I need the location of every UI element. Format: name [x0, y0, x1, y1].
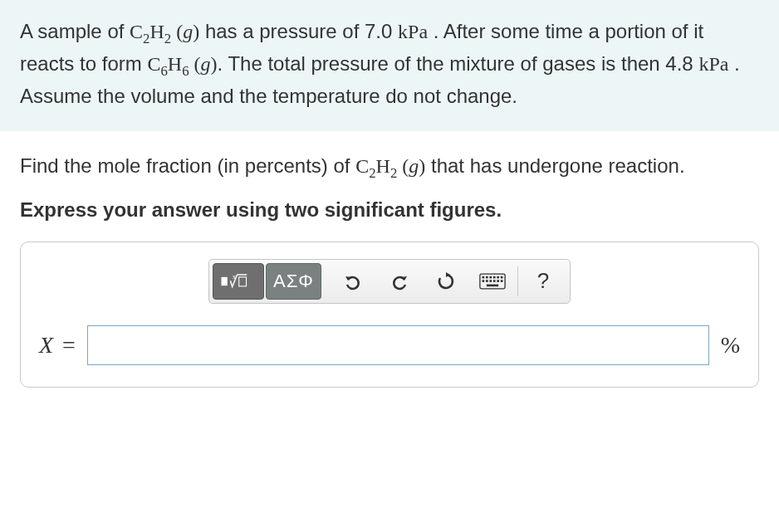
svg-rect-17	[487, 285, 498, 287]
intro-text: A sample of	[20, 20, 130, 42]
formula-c2h2: C2H2	[130, 21, 171, 42]
svg-rect-7	[489, 276, 492, 279]
svg-rect-3	[239, 277, 247, 286]
help-button[interactable]: ?	[520, 263, 566, 300]
svg-rect-6	[486, 276, 488, 279]
unit-label: %	[721, 332, 740, 359]
math-template-icon: x	[220, 271, 257, 291]
redo-button[interactable]	[376, 263, 423, 300]
undo-button[interactable]	[330, 263, 376, 300]
answer-instruction: Express your answer using two significan…	[20, 195, 759, 225]
svg-rect-12	[486, 280, 488, 282]
answer-box: x ΑΣΦ	[20, 242, 759, 388]
svg-rect-15	[497, 280, 499, 282]
svg-rect-9	[497, 276, 499, 279]
state-g: (g)	[397, 155, 425, 177]
question-text: Find the mole fraction (in percents) of …	[20, 151, 759, 183]
state-g: (g)	[171, 21, 199, 42]
state-g: (g)	[189, 53, 218, 75]
greek-label: ΑΣΦ	[273, 271, 314, 292]
svg-rect-13	[489, 280, 492, 282]
answer-input[interactable]	[87, 325, 709, 365]
template-button[interactable]: x	[213, 263, 264, 300]
svg-rect-14	[493, 280, 496, 282]
svg-rect-16	[501, 280, 503, 282]
unit-kpa: kPa	[698, 53, 728, 75]
keyboard-button[interactable]	[469, 263, 516, 300]
question-section: Find the mole fraction (in percents) of …	[0, 131, 779, 225]
svg-rect-10	[501, 276, 503, 279]
keyboard-icon	[479, 273, 506, 290]
formula-c6h6: C6H6	[147, 53, 189, 75]
undo-icon	[343, 271, 363, 291]
svg-rect-0	[222, 277, 228, 286]
reset-button[interactable]	[423, 263, 469, 300]
svg-rect-8	[493, 276, 496, 279]
formula-c2h2: C2H2	[355, 155, 397, 177]
redo-icon	[390, 271, 409, 291]
problem-intro: A sample of C2H2 (g) has a pressure of 7…	[0, 0, 779, 131]
svg-rect-11	[482, 280, 484, 282]
unit-kpa: kPa	[398, 21, 428, 42]
help-label: ?	[537, 268, 549, 294]
toolbar-separator	[517, 266, 518, 296]
variable-label: X =	[39, 332, 76, 359]
svg-rect-5	[482, 276, 484, 279]
equation-toolbar: x ΑΣΦ	[208, 259, 571, 304]
greek-button[interactable]: ΑΣΦ	[266, 263, 321, 300]
reset-icon	[436, 271, 456, 291]
answer-input-row: X = %	[39, 325, 740, 365]
